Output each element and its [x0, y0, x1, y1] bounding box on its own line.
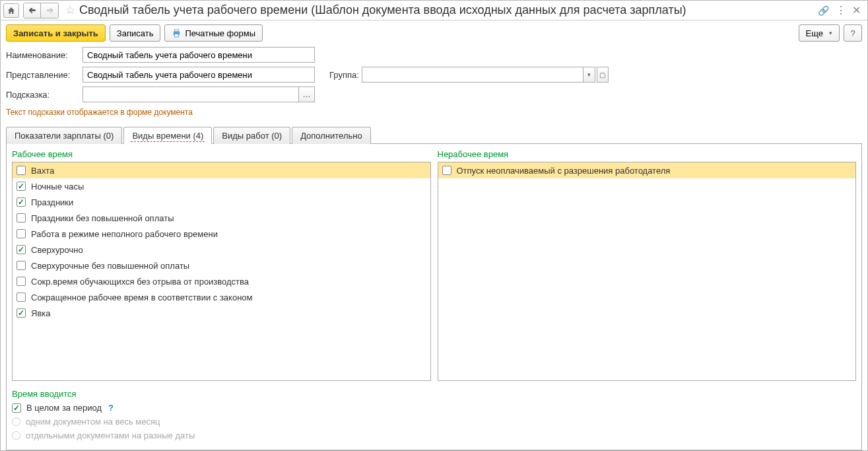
repr-input[interactable]	[83, 67, 315, 83]
save-and-close-button[interactable]: Записать и закрыть	[6, 24, 106, 42]
radio-one-document	[12, 417, 20, 426]
list-item[interactable]: Праздники без повышенной оплаты	[13, 210, 430, 226]
arrow-left-icon: 🡰	[28, 7, 36, 15]
checkbox[interactable]	[17, 261, 26, 270]
home-button[interactable]	[3, 3, 19, 18]
group-dropdown-button[interactable]: ▼	[584, 67, 595, 83]
list-item[interactable]: Сокр.время обучающихся без отрыва от про…	[13, 273, 430, 289]
save-button[interactable]: Записать	[110, 24, 161, 42]
print-forms-button[interactable]: Печатные формы	[164, 24, 263, 42]
list-item[interactable]: Отпуск неоплачиваемый с разрешения работ…	[438, 162, 856, 178]
more-label: Еще	[806, 28, 823, 38]
forward-button[interactable]: 🡲	[41, 3, 58, 18]
back-button[interactable]: 🡰	[24, 3, 41, 18]
radio-separate-documents-label: отдельными документами на разные даты	[26, 431, 195, 440]
svg-rect-2	[175, 34, 179, 37]
save-label: Записать	[117, 28, 154, 38]
time-input-section-title: Время вводится	[12, 389, 856, 399]
kebab-menu-icon[interactable]: ⋮	[836, 4, 846, 17]
list-item-label: Сокр.время обучающихся без отрыва от про…	[31, 277, 249, 287]
save-close-label: Записать и закрыть	[13, 28, 98, 38]
checkbox[interactable]	[17, 277, 26, 286]
list-item-label: Праздники без повышенной оплаты	[31, 213, 174, 223]
ellipsis-icon: …	[303, 90, 311, 99]
hint-input[interactable]	[83, 87, 299, 102]
list-item[interactable]: Праздники	[13, 194, 430, 210]
nonworking-time-listbox[interactable]: Отпуск неоплачиваемый с разрешения работ…	[438, 162, 857, 381]
help-label: ?	[850, 28, 855, 38]
open-icon: ▢	[599, 71, 605, 79]
group-open-button[interactable]: ▢	[597, 67, 609, 83]
list-item[interactable]: Сверхурочно	[13, 242, 430, 258]
list-item-label: Отпуск неоплачиваемый с разрешения работ…	[457, 166, 671, 176]
list-item[interactable]: Сокращенное рабочее время в соответствии…	[13, 289, 430, 305]
link-icon[interactable]: 🔗	[818, 5, 829, 16]
tab-label: Дополнительно	[300, 131, 362, 141]
active-underline	[131, 141, 205, 142]
whole-period-checkbox[interactable]	[12, 403, 21, 413]
more-button[interactable]: Еще	[799, 24, 840, 42]
checkbox[interactable]	[17, 197, 26, 207]
name-input[interactable]	[83, 47, 315, 63]
checkbox[interactable]	[17, 308, 26, 318]
checkbox[interactable]	[17, 229, 26, 238]
tab-label: Виды работ (0)	[222, 131, 282, 141]
home-icon	[7, 7, 15, 15]
close-icon[interactable]: ✕	[852, 4, 861, 17]
group-label: Группа:	[329, 70, 359, 80]
list-item-label: Ночные часы	[31, 182, 84, 191]
tab-label: Показатели зарплаты (0)	[15, 131, 114, 141]
list-item-label: Явка	[31, 308, 51, 318]
working-time-listbox[interactable]: ВахтаНочные часыПраздникиПраздники без п…	[12, 162, 431, 381]
checkbox[interactable]	[17, 245, 26, 254]
tab-additional[interactable]: Дополнительно	[292, 127, 371, 144]
whole-period-label: В целом за период	[26, 403, 102, 413]
name-label: Наименование:	[6, 50, 80, 60]
list-item-label: Сверхурочно	[31, 245, 83, 255]
hint-label: Подсказка:	[6, 90, 80, 100]
tab-salary-indicators[interactable]: Показатели зарплаты (0)	[6, 127, 122, 144]
list-item[interactable]: Сверхурочные без повышенной оплаты	[13, 258, 430, 273]
list-item[interactable]: Ночные часы	[13, 178, 430, 194]
chevron-down-icon: ▼	[586, 72, 591, 78]
list-item[interactable]: Явка	[13, 305, 430, 321]
list-item-label: Сокращенное рабочее время в соответствии…	[31, 293, 253, 302]
print-label: Печатные формы	[185, 28, 255, 38]
list-item-label: Сверхурочные без повышенной оплаты	[31, 261, 189, 271]
tab-time-types[interactable]: Виды времени (4)	[123, 127, 212, 144]
window-title: Сводный табель учета рабочего времени (Ш…	[79, 3, 818, 17]
svg-rect-1	[175, 29, 179, 31]
list-item-label: Работа в режиме неполного рабочего време…	[31, 229, 218, 239]
list-item-label: Вахта	[31, 166, 54, 176]
checkbox[interactable]	[17, 166, 26, 175]
checkbox[interactable]	[442, 166, 451, 175]
repr-label: Представление:	[6, 70, 80, 80]
checkbox[interactable]	[17, 293, 26, 302]
help-question-icon[interactable]: ?	[108, 403, 114, 413]
radio-separate-documents	[12, 431, 20, 440]
help-button[interactable]: ?	[844, 24, 862, 42]
favorite-star-icon[interactable]: ☆	[65, 3, 75, 17]
tab-work-types[interactable]: Виды работ (0)	[213, 127, 290, 144]
tab-label: Виды времени (4)	[132, 131, 203, 141]
printer-icon	[172, 28, 182, 38]
hint-note: Текст подсказки отображается в форме док…	[6, 106, 862, 122]
list-item[interactable]: Работа в режиме неполного рабочего време…	[13, 226, 430, 242]
list-item[interactable]: Вахта	[13, 162, 430, 178]
checkbox[interactable]	[17, 213, 26, 223]
arrow-right-icon: 🡲	[46, 7, 53, 15]
hint-ellipsis-button[interactable]: …	[299, 87, 315, 102]
checkbox[interactable]	[17, 182, 26, 191]
working-time-title: Рабочее время	[12, 149, 431, 159]
radio-one-document-label: одним документом на весь месяц	[26, 417, 160, 427]
group-input[interactable]	[362, 67, 584, 83]
list-item-label: Праздники	[31, 197, 73, 207]
nonworking-time-title: Нерабочее время	[438, 149, 857, 159]
